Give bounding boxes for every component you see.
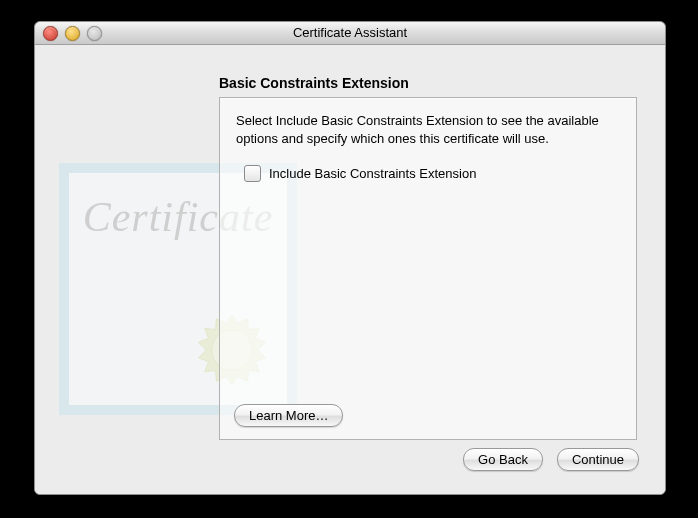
window-title: Certificate Assistant <box>293 25 407 40</box>
close-icon[interactable] <box>43 26 58 41</box>
page-heading: Basic Constraints Extension <box>219 75 409 91</box>
zoom-icon <box>87 26 102 41</box>
description-text: Select Include Basic Constraints Extensi… <box>236 112 620 147</box>
learn-more-button[interactable]: Learn More… <box>234 404 343 427</box>
include-constraints-checkbox[interactable] <box>244 165 261 182</box>
wizard-button-row: Go Back Continue <box>463 448 639 471</box>
include-constraints-label: Include Basic Constraints Extension <box>269 166 476 181</box>
content-area: Certificate Basic Constraints Extension … <box>35 45 665 495</box>
include-constraints-row[interactable]: Include Basic Constraints Extension <box>244 165 620 182</box>
minimize-icon[interactable] <box>65 26 80 41</box>
main-panel: Select Include Basic Constraints Extensi… <box>219 97 637 440</box>
titlebar[interactable]: Certificate Assistant <box>35 22 665 45</box>
window-frame: Certificate Assistant Certificate Basic … <box>34 21 666 495</box>
traffic-lights <box>43 26 102 41</box>
go-back-button[interactable]: Go Back <box>463 448 543 471</box>
continue-button[interactable]: Continue <box>557 448 639 471</box>
